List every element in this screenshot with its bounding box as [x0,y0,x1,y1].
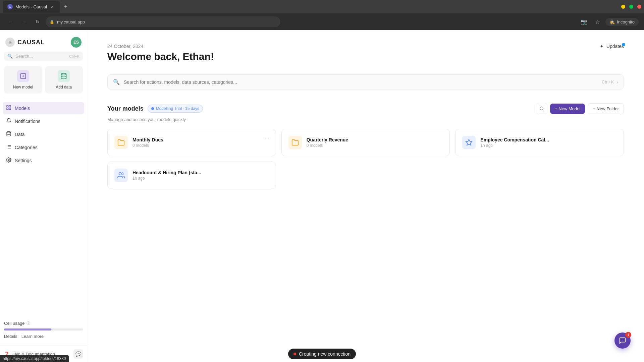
window-controls [621,5,641,9]
add-data-quick-label: Add data [56,85,72,89]
sidebar-label-data: Data [15,132,25,137]
folder-icon-monthly [114,136,128,149]
maximize-btn[interactable] [629,5,633,9]
new-model-quick-label: New model [13,85,33,89]
model-name-monthly: Monthly Dues [132,137,269,142]
svg-point-6 [7,131,11,133]
sidebar-item-categories[interactable]: Categories [3,141,84,154]
search-icon: 🔍 [7,54,13,59]
info-icon: ⓘ [26,321,30,326]
incognito-icon: 🕵 [609,19,615,24]
model-card-quarterly[interactable]: Quarterly Revenue 0 models [281,129,450,156]
model-card-monthly-dues[interactable]: Monthly Dues 0 models ⋯ [107,129,276,156]
nav-bar: ← → ↻ 🔒 my.causal.app 📷 ☆ 🕵 Incognito [0,13,644,30]
sidebar-item-notifications[interactable]: Notifications [3,115,84,127]
model-meta-headcount: 1h ago [132,176,269,181]
lock-icon: 🔒 [50,20,54,24]
details-btn[interactable]: Details [4,334,17,339]
model-card-headcount[interactable]: Headcount & Hiring Plan (sta... 1h ago [107,162,276,189]
trial-badge: Modelling Trial · 15 days [148,105,203,113]
model-name-headcount: Headcount & Hiring Plan (sta... [132,170,269,175]
usage-fill [4,328,51,330]
address-bar[interactable]: 🔒 my.causal.app [46,16,280,27]
chat-widget-btn[interactable]: 1 [614,333,631,349]
svg-rect-5 [7,108,8,110]
page-date: 24 October, 2024 [107,44,214,49]
notifications-icon [6,118,11,124]
updates-btn[interactable]: ✦ Updates [600,44,624,49]
sidebar-nav: Models Notifications [0,102,87,167]
close-btn[interactable] [637,5,641,9]
new-model-quick-btn[interactable]: New model [4,66,42,94]
sidebar-item-models[interactable]: Models [3,102,84,114]
models-section-header: Your models Modelling Trial · 15 days + … [107,103,624,114]
back-btn[interactable]: ← [5,16,16,27]
minimize-btn[interactable] [621,5,625,9]
search-right: Ctrl+K › [602,79,618,85]
search-models-btn[interactable] [536,103,547,114]
browser-chrome: C Models - Causal ✕ + ← → ↻ 🔒 my.causal.… [0,0,644,30]
trial-dot [151,107,154,110]
sidebar-search[interactable]: 🔍 Search... Ctrl+K [4,52,83,61]
page-title: Welcome back, Ethan! [107,51,214,62]
settings-icon [6,157,11,164]
svg-rect-2 [7,106,8,107]
tab-close-btn[interactable]: ✕ [50,4,55,9]
search-shortcut-text: Ctrl+K [602,79,614,84]
main-search-bar[interactable]: 🔍 Ctrl+K › [107,74,624,89]
bookmark-icon[interactable]: ☆ [592,16,603,27]
trial-text: Modelling Trial · 15 days [156,106,199,111]
quick-actions: New model Add data [0,66,87,99]
sidebar-item-data[interactable]: Data [3,128,84,140]
models-grid: Monthly Dues 0 models ⋯ Quarterly Revenu… [107,129,624,189]
active-tab[interactable]: C Models - Causal ✕ [3,1,60,13]
add-data-quick-btn[interactable]: Add data [45,66,83,94]
sidebar-header: ◎ CAUSAL ES [0,30,87,52]
model-card-employee[interactable]: Employee Compensation Cal... 1h ago [455,129,624,156]
sidebar-label-categories: Categories [15,145,38,150]
url-text: my.causal.app [57,19,85,24]
model-info-headcount: Headcount & Hiring Plan (sta... 1h ago [132,170,269,181]
model-meta-employee: 1h ago [480,143,617,148]
model-info-monthly: Monthly Dues 0 models [132,137,269,148]
models-subtitle: Manage and access your models quickly [107,117,624,122]
forward-btn[interactable]: → [19,16,30,27]
model-menu-monthly[interactable]: ⋯ [262,133,272,142]
model-name-employee: Employee Compensation Cal... [480,137,617,142]
star-icon-employee [462,136,476,149]
main-search-input[interactable] [124,79,598,85]
updates-icon: ✦ [600,44,604,49]
svg-point-1 [61,73,66,75]
reload-btn[interactable]: ↻ [32,16,43,27]
search-placeholder: Search... [15,54,66,59]
nav-right: 📷 ☆ 🕵 Incognito [579,16,639,27]
avatar[interactable]: ES [71,37,82,48]
data-icon [6,131,11,137]
search-shortcut: Ctrl+K [69,54,79,58]
sidebar: ◎ CAUSAL ES 🔍 Search... Ctrl+K New model [0,30,87,362]
cell-usage-label: Cell usage [4,321,24,326]
updates-label: Updates [606,44,624,49]
main-search-icon: 🔍 [113,79,120,85]
main-content: 24 October, 2024 Welcome back, Ethan! ✦ … [87,30,644,362]
status-badge: Creating new connection [288,349,356,359]
models-section-title: Your models [107,105,144,112]
incognito-btn[interactable]: 🕵 Incognito [605,18,639,26]
sidebar-divider [4,99,83,99]
new-folder-btn[interactable]: + New Folder [588,103,624,114]
page-header: 24 October, 2024 Welcome back, Ethan! ✦ … [107,44,624,62]
sidebar-label-settings: Settings [15,158,32,163]
tab-bar: C Models - Causal ✕ + [0,0,644,13]
new-tab-btn[interactable]: + [61,2,70,11]
new-model-btn[interactable]: + New Model [550,104,585,114]
sidebar-label-models: Models [15,106,30,111]
sidebar-item-settings[interactable]: Settings [3,154,84,167]
learn-more-btn[interactable]: Learn more [21,334,44,339]
new-folder-label: + New Folder [593,106,619,111]
camera-icon[interactable]: 📷 [579,16,589,27]
model-info-quarterly: Quarterly Revenue 0 models [307,137,443,148]
svg-point-14 [540,107,543,110]
add-data-quick-icon [58,70,70,82]
new-model-quick-icon [17,70,29,82]
chat-icon[interactable]: 💬 [73,349,83,359]
